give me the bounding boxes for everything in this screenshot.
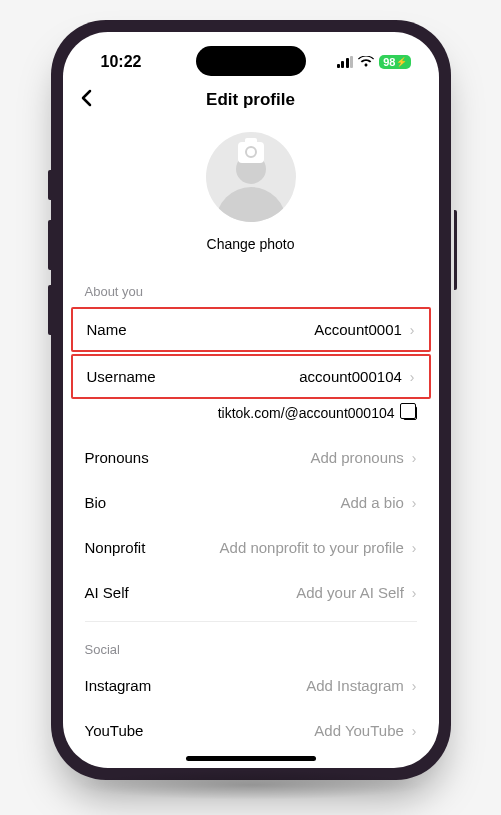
chevron-right-icon: › (410, 322, 415, 338)
status-icons: 98⚡ (337, 55, 411, 69)
avatar[interactable] (206, 132, 296, 222)
screen: 10:22 98⚡ Edit profile (63, 32, 439, 768)
home-indicator[interactable] (186, 756, 316, 761)
row-label: Name (87, 321, 127, 338)
chevron-right-icon: › (412, 585, 417, 601)
divider (85, 621, 417, 622)
row-value: Add your AI Self › (296, 584, 416, 601)
row-nonprofit[interactable]: Nonprofit Add nonprofit to your profile … (63, 525, 439, 570)
row-label: Nonprofit (85, 539, 146, 556)
row-label: Pronouns (85, 449, 149, 466)
chevron-right-icon: › (412, 540, 417, 556)
header: Edit profile (63, 82, 439, 122)
profile-url: tiktok.com/@account000104 (218, 405, 395, 421)
row-profile-url[interactable]: tiktok.com/@account000104 (63, 401, 439, 435)
chevron-right-icon: › (412, 495, 417, 511)
row-bio[interactable]: Bio Add a bio › (63, 480, 439, 525)
row-value: Add a bio › (340, 494, 416, 511)
row-label: Twitter (85, 767, 129, 768)
copy-icon[interactable] (403, 406, 417, 420)
chevron-right-icon: › (412, 678, 417, 694)
avatar-section: Change photo (63, 122, 439, 270)
row-ai-self[interactable]: AI Self Add your AI Self › (63, 570, 439, 615)
row-value: Add YouTube › (314, 722, 416, 739)
chevron-right-icon: › (410, 369, 415, 385)
chevron-right-icon: › (412, 723, 417, 739)
page-title: Edit profile (79, 90, 423, 110)
row-value: Add nonprofit to your profile › (220, 539, 417, 556)
row-youtube[interactable]: YouTube Add YouTube › (63, 708, 439, 753)
row-username[interactable]: Username account000104 › (71, 354, 431, 399)
section-social: Social (63, 628, 439, 663)
notch (196, 46, 306, 76)
wifi-icon (358, 56, 374, 68)
row-value: Account0001 › (314, 321, 414, 338)
row-instagram[interactable]: Instagram Add Instagram › (63, 663, 439, 708)
camera-icon (238, 142, 264, 163)
row-label: AI Self (85, 584, 129, 601)
row-value: Add Twitter › (329, 767, 416, 768)
back-button[interactable] (79, 89, 93, 112)
status-time: 10:22 (101, 53, 142, 71)
battery-icon: 98⚡ (379, 55, 410, 69)
row-label: Instagram (85, 677, 152, 694)
signal-icon (337, 56, 354, 68)
section-about-you: About you (63, 270, 439, 305)
change-photo-button[interactable]: Change photo (207, 236, 295, 252)
row-value: Add pronouns › (310, 449, 416, 466)
row-label: Username (87, 368, 156, 385)
row-name[interactable]: Name Account0001 › (71, 307, 431, 352)
row-label: YouTube (85, 722, 144, 739)
row-label: Bio (85, 494, 107, 511)
row-value: Add Instagram › (306, 677, 416, 694)
chevron-right-icon: › (412, 450, 417, 466)
chevron-right-icon: › (412, 768, 417, 769)
row-pronouns[interactable]: Pronouns Add pronouns › (63, 435, 439, 480)
row-value: account000104 › (299, 368, 414, 385)
phone-frame: 10:22 98⚡ Edit profile (51, 20, 451, 780)
